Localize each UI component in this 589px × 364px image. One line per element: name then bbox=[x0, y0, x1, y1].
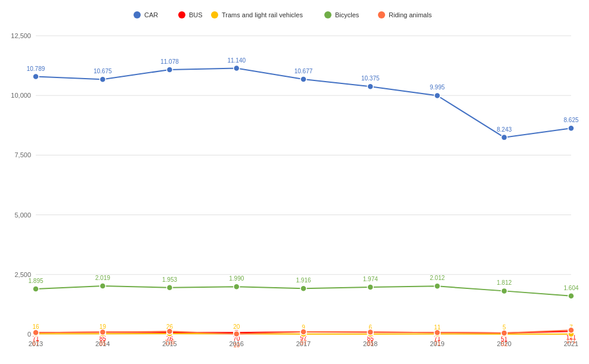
svg-text:5,000: 5,000 bbox=[14, 211, 31, 219]
svg-text:10,000: 10,000 bbox=[11, 92, 31, 99]
svg-point-99 bbox=[234, 331, 240, 337]
svg-text:10.789: 10.789 bbox=[27, 66, 45, 72]
svg-text:2.012: 2.012 bbox=[430, 275, 445, 281]
svg-text:20: 20 bbox=[233, 323, 240, 330]
svg-text:1.916: 1.916 bbox=[296, 277, 311, 284]
chart-svg: 02,5005,0007,50010,00012,500201320142015… bbox=[0, 0, 589, 364]
svg-text:Riding animals: Riding animals bbox=[389, 11, 432, 18]
svg-text:1.974: 1.974 bbox=[363, 276, 378, 282]
svg-text:51: 51 bbox=[501, 341, 508, 347]
svg-point-39 bbox=[33, 286, 39, 292]
svg-text:10: 10 bbox=[233, 342, 240, 349]
svg-point-95 bbox=[100, 329, 106, 335]
svg-point-33 bbox=[435, 92, 441, 98]
svg-text:97: 97 bbox=[300, 340, 307, 346]
svg-point-109 bbox=[568, 327, 574, 333]
svg-point-43 bbox=[167, 285, 173, 291]
svg-point-97 bbox=[167, 328, 173, 334]
svg-point-117 bbox=[324, 11, 331, 18]
svg-text:11.078: 11.078 bbox=[160, 58, 179, 65]
svg-point-115 bbox=[211, 11, 218, 18]
svg-point-119 bbox=[378, 11, 385, 18]
svg-text:67: 67 bbox=[32, 340, 39, 347]
svg-point-47 bbox=[300, 285, 306, 291]
svg-text:1.990: 1.990 bbox=[229, 275, 244, 282]
svg-text:1.604: 1.604 bbox=[563, 285, 578, 291]
svg-point-37 bbox=[568, 125, 574, 131]
svg-point-31 bbox=[367, 83, 373, 89]
svg-text:10.375: 10.375 bbox=[361, 75, 380, 82]
svg-point-111 bbox=[134, 11, 141, 18]
svg-text:85: 85 bbox=[367, 340, 374, 347]
svg-text:CAR: CAR bbox=[144, 11, 158, 18]
svg-text:2.019: 2.019 bbox=[95, 275, 110, 281]
svg-point-101 bbox=[300, 329, 306, 335]
svg-text:116: 116 bbox=[165, 339, 175, 346]
svg-point-45 bbox=[234, 284, 240, 290]
svg-text:10.675: 10.675 bbox=[94, 68, 112, 74]
svg-point-41 bbox=[100, 283, 106, 289]
svg-text:7,500: 7,500 bbox=[14, 151, 31, 158]
svg-text:10.677: 10.677 bbox=[294, 68, 313, 74]
svg-text:171: 171 bbox=[566, 338, 576, 344]
svg-point-107 bbox=[501, 330, 507, 336]
svg-text:BUS: BUS bbox=[189, 11, 203, 18]
svg-point-103 bbox=[367, 329, 373, 335]
svg-text:1.812: 1.812 bbox=[497, 279, 512, 286]
svg-point-55 bbox=[568, 293, 574, 299]
svg-text:2,500: 2,500 bbox=[14, 271, 31, 278]
svg-point-29 bbox=[300, 76, 306, 82]
svg-text:8.243: 8.243 bbox=[497, 126, 512, 133]
svg-text:8.625: 8.625 bbox=[563, 117, 578, 123]
svg-text:5: 5 bbox=[503, 324, 506, 331]
svg-text:0: 0 bbox=[27, 331, 31, 338]
svg-text:11.140: 11.140 bbox=[227, 57, 246, 64]
svg-point-25 bbox=[167, 67, 173, 73]
chart-container: 02,5005,0007,50010,00012,500201320142015… bbox=[0, 0, 589, 364]
svg-point-113 bbox=[178, 11, 185, 18]
svg-point-27 bbox=[234, 66, 240, 71]
svg-point-53 bbox=[501, 288, 507, 294]
svg-text:1.895: 1.895 bbox=[28, 278, 43, 284]
svg-point-21 bbox=[33, 74, 39, 80]
svg-text:85: 85 bbox=[100, 340, 107, 347]
svg-text:12,500: 12,500 bbox=[11, 32, 31, 39]
svg-text:Trams and light rail vehicles: Trams and light rail vehicles bbox=[222, 11, 303, 18]
svg-point-23 bbox=[100, 76, 106, 82]
svg-point-35 bbox=[501, 135, 507, 141]
svg-text:1.953: 1.953 bbox=[162, 276, 177, 283]
svg-point-105 bbox=[435, 329, 441, 335]
svg-text:Bicycles: Bicycles bbox=[335, 11, 359, 18]
svg-text:71: 71 bbox=[434, 340, 441, 347]
svg-text:9.995: 9.995 bbox=[430, 84, 445, 91]
svg-point-49 bbox=[367, 284, 373, 290]
svg-point-93 bbox=[33, 329, 39, 335]
svg-point-51 bbox=[435, 283, 441, 289]
